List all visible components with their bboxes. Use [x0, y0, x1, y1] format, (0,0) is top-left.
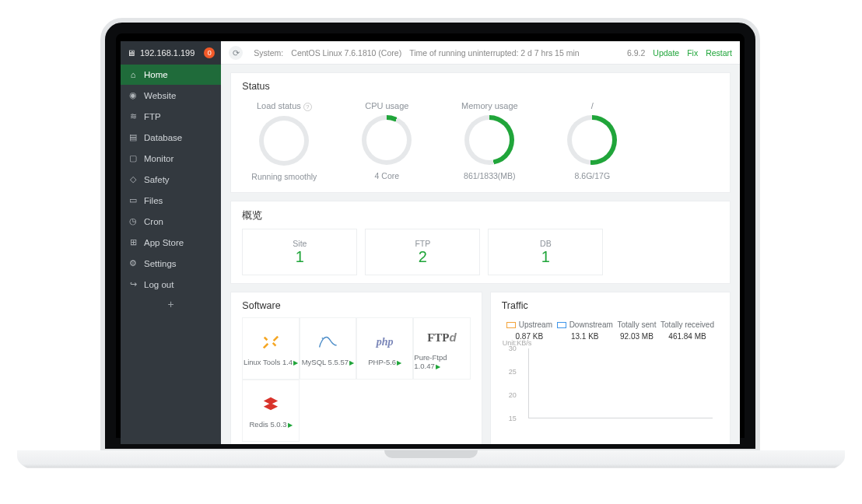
gauge-sub: 4 Core: [346, 171, 427, 180]
gauge-memory-usage[interactable]: Memory usage ⇗47.0 861/1833(MB): [449, 101, 530, 181]
legend-label: Downstream: [557, 320, 613, 329]
legend-value: 461.84 MB: [668, 332, 706, 341]
nav-settings[interactable]: ⚙Settings: [121, 253, 221, 274]
nav-label: Settings: [144, 259, 177, 268]
stat-label: FTP: [415, 239, 430, 248]
server-ip: 192.168.1.199: [140, 48, 194, 58]
software-name: Redis 5.0.3▶: [249, 420, 292, 429]
traffic-totally-received: Totally received 461.84 MB: [661, 320, 714, 341]
fix-link[interactable]: Fix: [687, 48, 698, 58]
gauge-label: CPU usage: [346, 101, 427, 110]
nav-icon: ↪: [128, 279, 138, 289]
software-title: Software: [242, 300, 470, 311]
software-redis[interactable]: Redis 5.0.3▶: [242, 380, 299, 442]
ytick: 25: [509, 368, 517, 376]
gauge-sub: 8.6G/17G: [552, 171, 632, 180]
status-title: Status: [242, 81, 719, 92]
nav-database[interactable]: ▤Database: [121, 127, 221, 148]
legend-label: Totally sent: [617, 320, 656, 329]
nav-label: Monitor: [144, 154, 173, 163]
nav-monitor[interactable]: ▢Monitor: [121, 148, 221, 169]
overview-panel: 概览 Site1FTP2DB1: [230, 201, 731, 284]
main: ⟳ System: CentOS Linux 7.6.1810 (Core) T…: [221, 41, 740, 444]
monitor-icon: 🖥: [127, 48, 135, 58]
stat-db[interactable]: DB1: [488, 229, 603, 275]
nav-files[interactable]: ▭Files: [121, 190, 221, 211]
nav-label: Cron: [144, 217, 163, 226]
software-ftpd[interactable]: FTPd Pure-Ftpd 1.0.47▶: [413, 317, 470, 380]
stat-label: Site: [293, 239, 307, 248]
gauge-ring: ⇗47.0: [464, 115, 514, 165]
topbar: ⟳ System: CentOS Linux 7.6.1810 (Core) T…: [221, 41, 740, 65]
gauge--[interactable]: / 51% 8.6G/17G: [552, 101, 632, 181]
software-mysql[interactable]: MySQL 5.5.57▶: [300, 317, 356, 380]
stat-ftp[interactable]: FTP2: [365, 229, 480, 275]
nav-label: Website: [144, 91, 176, 100]
ftpd-icon: FTPd: [427, 327, 457, 348]
update-link[interactable]: Update: [653, 48, 679, 58]
nav-cron[interactable]: ◷Cron: [121, 211, 221, 232]
refresh-icon[interactable]: ⟳: [229, 46, 243, 60]
nav-label: Home: [144, 70, 168, 79]
sidebar: 🖥 192.168.1.199 0 ⌂Home◉Website≋FTP▤Data…: [121, 41, 221, 444]
nav-home[interactable]: ⌂Home: [121, 65, 221, 85]
nav-icon: ▢: [128, 153, 138, 163]
overview-title: 概览: [242, 209, 719, 222]
laptop-base: [17, 450, 845, 475]
traffic-panel: Traffic Upstream 0.87 KBDownstream 13.1 …: [490, 292, 731, 444]
server-ip-bar: 🖥 192.168.1.199 0: [121, 41, 221, 65]
gauge-ring: 0: [259, 116, 309, 166]
nav-label: FTP: [144, 112, 161, 121]
stat-site[interactable]: Site1: [242, 229, 357, 275]
content: Status Load status? 0 Running smoothly C…: [221, 65, 740, 444]
stat-value: 1: [541, 248, 550, 266]
nav-icon: ◉: [128, 90, 138, 100]
software-panel: Software Linux Tools 1.4▶ MySQL 5.5.57▶p…: [230, 292, 482, 444]
alert-badge[interactable]: 0: [204, 47, 215, 58]
software-php[interactable]: php PHP-5.6▶: [356, 317, 413, 380]
nav-label: Database: [144, 133, 182, 142]
chart-unit: Unit:KB/s: [503, 339, 532, 347]
gauge-label: /: [552, 101, 632, 110]
svg-point-0: [322, 337, 324, 338]
traffic-downstream: Downstream 13.1 KB: [557, 320, 613, 341]
system-value: CentOS Linux 7.6.1810 (Core): [291, 48, 401, 58]
software-name: Pure-Ftpd 1.0.47▶: [414, 353, 469, 370]
legend-value: 13.1 KB: [571, 332, 599, 341]
nav-safety[interactable]: ◇Safety: [121, 169, 221, 190]
nav-app-store[interactable]: ⊞App Store: [121, 232, 221, 253]
redis-icon: [262, 394, 279, 415]
legend-label: Totally received: [661, 320, 714, 329]
gauge-label: Memory usage: [449, 101, 530, 110]
nav-website[interactable]: ◉Website: [121, 85, 221, 106]
traffic-upstream: Upstream 0.87 KB: [506, 320, 552, 341]
nav-icon: ◇: [128, 174, 138, 184]
ytick: 15: [509, 415, 517, 422]
nav-icon: ⌂: [128, 70, 138, 79]
nav-icon: ⊞: [128, 237, 138, 247]
gauge-load-status[interactable]: Load status? 0 Running smoothly: [244, 101, 324, 181]
nav-log-out[interactable]: ↪Log out: [121, 274, 221, 295]
stat-label: DB: [540, 239, 552, 248]
gauge-sub: Running smoothly: [244, 172, 324, 181]
gauge-cpu-usage[interactable]: CPU usage 6.9 4 Core: [346, 101, 427, 181]
gauge-label: Load status?: [244, 101, 324, 111]
traffic-chart: Unit:KB/s 30252015: [528, 348, 713, 418]
tools-icon: [262, 331, 279, 353]
nav-icon: ◷: [128, 216, 138, 226]
nav-icon: ⚙: [128, 258, 138, 268]
nav-ftp[interactable]: ≋FTP: [121, 106, 221, 127]
uptime: Time of running uninterrupted: 2 d 7 hrs…: [409, 48, 579, 58]
stat-value: 2: [419, 248, 427, 266]
legend-value: 92.03 MB: [620, 332, 654, 341]
software-name: PHP-5.6▶: [368, 358, 401, 366]
nav-icon: ▤: [128, 132, 138, 142]
gauge-ring: 51%: [567, 115, 617, 165]
ytick: 30: [509, 345, 517, 352]
restart-link[interactable]: Restart: [706, 48, 732, 58]
traffic-totally-sent: Totally sent 92.03 MB: [617, 320, 656, 341]
add-button[interactable]: +: [121, 298, 221, 310]
software-tools[interactable]: Linux Tools 1.4▶: [242, 317, 299, 380]
nav-icon: ▭: [128, 195, 138, 205]
software-name: MySQL 5.5.57▶: [302, 358, 354, 366]
